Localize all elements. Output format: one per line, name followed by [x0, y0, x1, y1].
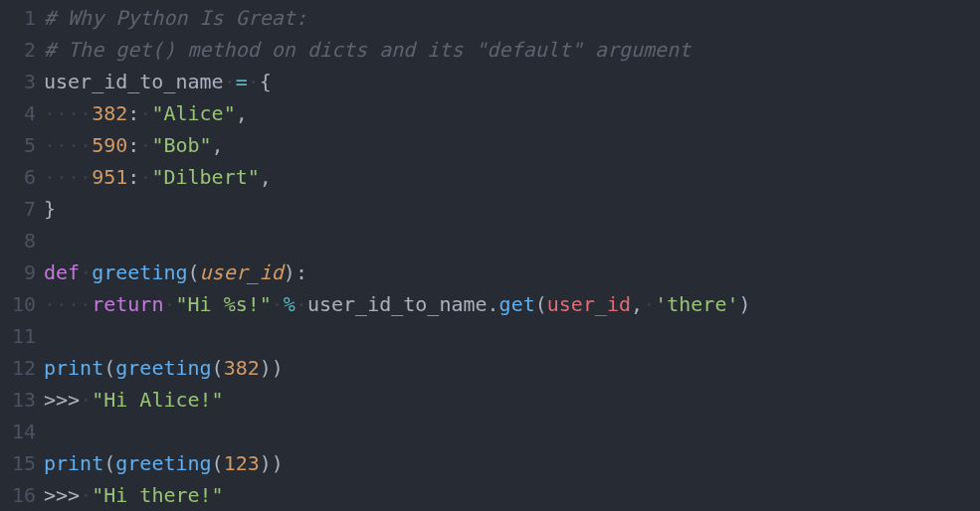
line-number: 4	[0, 97, 36, 129]
token-id: user_id_to_name	[307, 292, 488, 316]
token-str: "Dilbert"	[151, 165, 259, 189]
whitespace-marker: ·	[139, 165, 151, 189]
token-fn: print	[44, 356, 103, 380]
token-op: ,	[236, 101, 248, 125]
token-op: (	[212, 451, 224, 475]
token-str: "Alice"	[151, 101, 235, 125]
whitespace-marker: ····	[44, 165, 92, 189]
whitespace-marker: ·	[295, 292, 307, 316]
token-num: 382	[92, 101, 127, 125]
token-op: (	[212, 356, 224, 380]
whitespace-marker: ·	[224, 70, 236, 93]
code-line[interactable]: user_id_to_name·=·{	[44, 66, 980, 97]
token-op: (	[535, 292, 547, 316]
line-number: 2	[0, 34, 36, 66]
whitespace-marker: ····	[44, 101, 92, 125]
line-number: 1	[0, 2, 36, 34]
whitespace-marker: ····	[44, 292, 92, 316]
token-op: .	[488, 292, 499, 316]
token-op: (	[188, 260, 200, 284]
line-number: 7	[0, 193, 36, 225]
code-line[interactable]: >>>·"Hi Alice!"	[44, 384, 980, 416]
whitespace-marker: ·	[643, 292, 655, 316]
token-op: ,	[631, 292, 643, 316]
token-fn: greeting	[115, 451, 211, 475]
line-number: 5	[0, 129, 36, 161]
code-line[interactable]: print(greeting(382))	[44, 352, 980, 384]
token-fn: greeting	[92, 260, 187, 284]
code-line[interactable]	[44, 320, 980, 352]
token-op: ,	[212, 133, 224, 157]
line-number: 8	[0, 225, 36, 256]
line-number: 10	[0, 288, 36, 320]
whitespace-marker: ·	[80, 260, 92, 284]
token-str: "Hi Alice!"	[92, 388, 223, 412]
token-op: )	[738, 292, 750, 316]
token-fn: greeting	[115, 356, 211, 380]
code-line[interactable]: >>>·"Hi there!"	[44, 479, 980, 511]
code-line[interactable]: # The get() method on dicts and its "def…	[44, 34, 980, 66]
line-number: 12	[0, 352, 36, 384]
token-op: )	[260, 356, 272, 380]
code-line[interactable]: # Why Python Is Great:	[44, 2, 980, 34]
token-op: (	[103, 356, 115, 380]
line-number: 15	[0, 447, 36, 479]
token-op: :	[127, 165, 139, 189]
token-num: 382	[224, 356, 260, 380]
token-fn: get	[499, 292, 535, 316]
token-var: user_id	[547, 292, 631, 316]
code-line[interactable]: def·greeting(user_id):	[44, 256, 980, 288]
whitespace-marker: ·	[139, 133, 151, 157]
token-op: }	[44, 197, 56, 221]
code-line[interactable]: print(greeting(123))	[44, 447, 980, 479]
line-number: 13	[0, 384, 36, 416]
token-op: (	[103, 451, 115, 475]
code-line[interactable]: ····951:·"Dilbert",	[44, 161, 980, 193]
token-op: )	[260, 451, 272, 475]
line-number: 3	[0, 66, 36, 97]
token-num: 951	[92, 165, 127, 189]
code-line[interactable]	[44, 416, 980, 447]
line-number: 14	[0, 416, 36, 447]
token-num: 123	[224, 451, 260, 475]
token-kw: return	[92, 292, 163, 316]
code-editor[interactable]: 12345678910111213141516 # Why Python Is …	[0, 0, 980, 511]
line-number: 9	[0, 256, 36, 288]
token-fn: print	[44, 451, 103, 475]
token-op: ,	[260, 165, 272, 189]
line-number: 11	[0, 320, 36, 352]
token-op: )	[272, 356, 284, 380]
token-op: >>>	[44, 388, 80, 412]
token-op: {	[260, 70, 272, 93]
token-op: )	[284, 260, 295, 284]
code-line[interactable]: ····590:·"Bob",	[44, 129, 980, 161]
token-op: :	[127, 101, 139, 125]
token-kw: def	[44, 260, 80, 284]
line-number: 6	[0, 161, 36, 193]
token-eq: =	[236, 70, 248, 93]
token-str: "Hi there!"	[92, 483, 223, 507]
token-str: "Bob"	[151, 133, 211, 157]
code-line[interactable]: ····382:·"Alice",	[44, 97, 980, 129]
whitespace-marker: ·	[248, 70, 260, 93]
token-cm: # Why Python Is Great:	[44, 6, 307, 30]
whitespace-marker: ·	[139, 101, 151, 125]
code-area[interactable]: # Why Python Is Great:# The get() method…	[44, 2, 980, 511]
token-num: 590	[92, 133, 127, 157]
token-op: >>>	[44, 483, 80, 507]
token-par: user_id	[200, 260, 284, 284]
whitespace-marker: ·	[163, 292, 175, 316]
whitespace-marker: ·	[80, 483, 92, 507]
line-number-gutter: 12345678910111213141516	[0, 2, 44, 511]
token-op: )	[272, 451, 284, 475]
code-line[interactable]: ····return·"Hi %s!"·%·user_id_to_name.ge…	[44, 288, 980, 320]
whitespace-marker: ·	[272, 292, 284, 316]
token-pct: %	[284, 292, 295, 316]
token-str: 'there'	[655, 292, 738, 316]
token-cm: # The get() method on dicts and its "def…	[44, 38, 690, 62]
code-line[interactable]: }	[44, 193, 980, 225]
whitespace-marker: ····	[44, 133, 92, 157]
token-op: :	[295, 260, 307, 284]
code-line[interactable]	[44, 225, 980, 256]
token-id: user_id_to_name	[44, 70, 224, 93]
